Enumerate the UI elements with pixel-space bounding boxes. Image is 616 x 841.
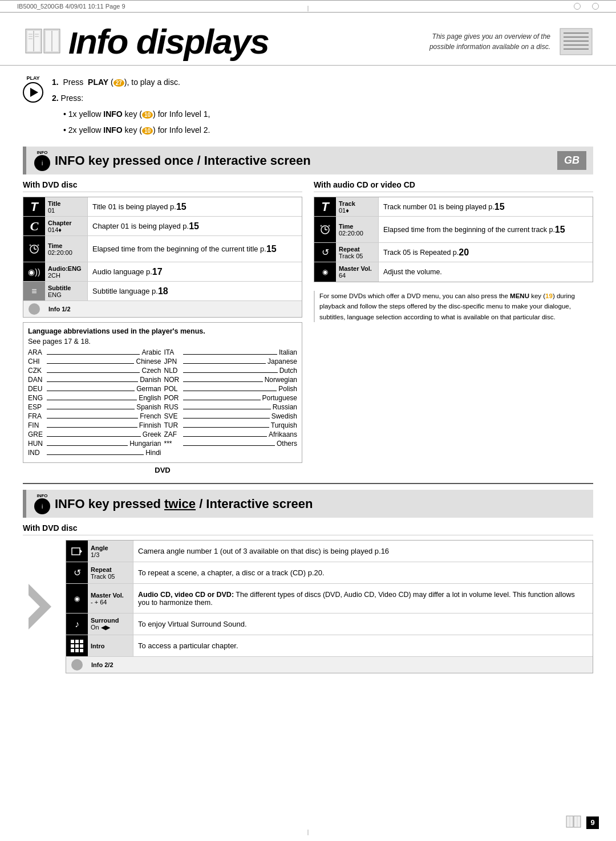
list-icon-right [559,27,593,56]
dvd2-info-row: Info 2/2 [66,657,593,673]
right-note: For some DVDs which offer a DVD menu, yo… [314,291,593,322]
chapter-label: Chapter 014♦ [45,217,88,235]
surround-icon: ♪ [66,614,88,635]
chapter-c-icon: C [23,217,45,235]
main-content: PLAY 1. Press PLAY (27), to play a disc.… [0,66,616,685]
play-label: PLAY [26,75,39,81]
see-pages: See pages 17 & 18. [28,338,297,346]
title-t-icon: T [23,197,45,216]
bullet1-ref: 10 [142,111,153,119]
angle-label: Angle 1/3 [88,541,133,562]
dvd2-panel: Angle 1/3 Camera angle number 1 (out of … [66,540,593,673]
bottom-book-icon [566,815,583,830]
cd-col: With audio CD or video CD T Track 01♦ Tr… [314,180,593,474]
lang-entry: ***Others [164,440,298,448]
lang-entry: FINFinnish [28,421,161,429]
lang-entry: ZAFAfrikaans [164,430,298,438]
svg-marker-28 [80,549,82,554]
step1-line: 1. Press PLAY (27), to play a disc. [52,74,210,90]
top-center-mark [308,6,309,11]
angle-icon [66,541,88,562]
lang-entry: TURTurquish [164,421,298,429]
cd-panel: T Track 01♦ Track number 01 is being pla… [314,197,593,282]
lang-entry: RUSRussian [164,403,298,411]
cd-col-title: With audio CD or video CD [314,180,593,192]
dvd-col-title: With DVD disc [23,180,302,192]
lang-entry: CZKCzech [28,367,161,375]
dvd2-vol-desc: Audio CD, video CD or DVD: The different… [133,584,593,613]
svg-point-20 [30,244,31,246]
info-label-top: INFO [37,150,47,155]
title-text: Info displays [68,24,269,59]
time-label: Time 02:20:00 [45,236,88,262]
book-icon-left [23,26,63,58]
lang-col-2: ITAItalianJPNJapaneseNLDDutchNORNorwegia… [164,348,298,458]
big-arrow-icon [23,572,57,641]
dvd-row-chapter: C Chapter 014♦ Chapter 01 is being playe… [23,217,302,236]
audio-label: Audio:ENG 2CH [45,262,88,281]
lang-title: Language abbreviations used in the playe… [28,327,297,335]
dvd2-row-intro: Intro To access a particular chapter. [66,635,593,657]
subtitle-label: Subtitle ENG [45,282,88,300]
time-desc: Elapsed time from the beginning of the c… [88,236,302,262]
track-desc: Track number 01 is being played p.15 [379,197,593,216]
surround-desc: To enjoy Virtual Surround Sound. [133,614,593,635]
cd-time-label: Time 02:20:00 [336,217,379,242]
cd-repeat-desc: Track 05 is Repeated p.20 [379,243,593,262]
left-accent-bar-2 [23,490,26,518]
lang-entry: DANDanish [28,376,161,384]
lang-section: Language abbreviations used in the playe… [23,322,302,463]
cd-time-desc: Elapsed time from the beginning of the c… [379,217,593,242]
dvd-panel: T Title 01 Title 01 is being played p.15… [23,197,302,318]
step1-suffix: , to play a disc. [127,78,180,87]
step1-ref: 27 [114,79,124,87]
dvd-col: With DVD disc T Title 01 Title 01 is bei… [23,180,302,474]
title-i: I [68,26,76,60]
dvd2-vol-label: Master Vol. - + 64 [88,584,133,613]
lang-cols: ARAArabicCHIChineseCZKCzechDANDanishDEUG… [28,348,297,458]
time-icon [23,236,45,262]
section2-inner: Angle 1/3 Camera angle number 1 (out of … [23,540,593,673]
arrow-icon-area [23,540,57,673]
dvd2-row-angle: Angle 1/3 Camera angle number 1 (out of … [66,541,593,562]
info-1-2-label: Info 1/2 [45,304,302,314]
subtitle-desc: Subtitle language p.18 [88,282,302,300]
info-2-2-label: Info 2/2 [88,660,593,670]
page-container: IB5000_5200GB 4/09/01 10:11 Page 9 Info … [0,0,616,841]
lang-entry: DEUGerman [28,385,161,393]
section2-header: INFO i INFO key pressed twice / Interact… [23,490,593,518]
lang-entry: ENGEnglish [28,394,161,402]
audio-desc: Audio language p.17 [88,262,302,281]
lang-entry: ARAArabic [28,348,161,356]
dvd2-row-vol: ◉ Master Vol. - + 64 Audio CD, video CD … [66,584,593,614]
title-section: Info displays This page gives you an ove… [0,13,616,66]
step1-press: Press [63,78,83,87]
header-text: IB5000_5200GB 4/09/01 10:11 Page 9 [17,3,125,10]
lang-box: Language abbreviations used in the playe… [23,322,302,463]
chapter-desc: Chapter 01 is being played p.15 [88,217,302,235]
title-desc: Title 01 is being played p.15 [88,197,302,216]
section1-header-inner: INFO i INFO key pressed once / Interacti… [34,150,557,171]
info-circle: i [34,155,50,171]
dvd2-repeat-desc: To repeat a scene, a chapter, a disc or … [133,562,593,583]
cd-repeat-label: Repeat Track 05 [336,243,379,262]
dvd-section2-title: With DVD disc [23,523,593,535]
lang-entry: GREGreek [28,430,161,438]
menu-key: MENU [510,292,529,299]
cd-row-time: Time 02:20:00 Elapsed time from the begi… [314,217,593,243]
intro-label: Intro [88,635,133,656]
step2-line: 2. Press: [52,90,210,106]
left-accent-bar [23,147,26,174]
page-num-box: 9 [586,816,599,829]
dvd2-repeat-label: Repeat Track 05 [88,562,133,583]
info-dot-2 [66,659,88,671]
info-dot-row [23,303,45,315]
info-icon-1: INFO i [34,150,50,171]
lang-entry: NLDDutch [164,367,298,375]
lang-entry: SVESwedish [164,412,298,420]
intro-icon [66,635,88,656]
bullet1: • 1x yellow INFO key (10) for Info level… [63,106,210,122]
dvd-row-subtitle: ≡ Subtitle ENG Subtitle language p.18 [23,282,302,301]
dvd-row-time: Time 02:20:00 Elapsed time from the begi… [23,236,302,262]
dvd-info-row: Info 1/2 [23,301,302,317]
